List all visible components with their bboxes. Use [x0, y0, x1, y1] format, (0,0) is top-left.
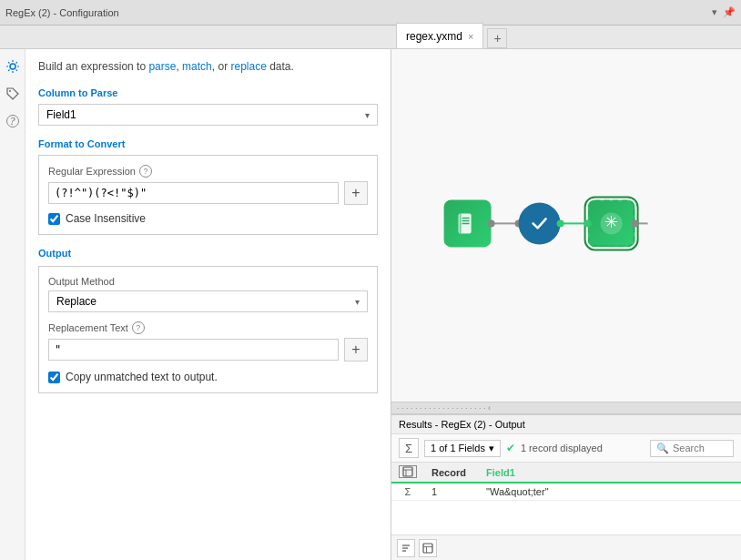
- minimize-icon[interactable]: ▾: [712, 6, 717, 18]
- help-sidebar-icon[interactable]: ?: [3, 111, 23, 131]
- replacement-label-text: Replacement Text: [48, 322, 128, 333]
- tab-label: regex.yxmd: [406, 30, 462, 43]
- replace-link[interactable]: replace: [230, 60, 266, 73]
- regex-tab[interactable]: regex.yxmd ×: [396, 23, 483, 48]
- regex-plus-button[interactable]: +: [344, 181, 368, 205]
- output-group: Output Output Method Replace ▾ Replaceme…: [38, 248, 378, 393]
- search-box: 🔍: [650, 440, 734, 457]
- data-table: Record Field1 Σ 1 "Wa&quot;ter": [391, 463, 741, 501]
- regex-input[interactable]: [48, 182, 339, 204]
- window-title: RegEx (2) - Configuration: [5, 7, 119, 18]
- column-to-parse-group: Column to Parse Field1 ▾: [38, 87, 378, 126]
- process-right-dot: [557, 219, 564, 227]
- parse-link[interactable]: parse: [148, 60, 176, 73]
- replacement-help-icon[interactable]: ?: [132, 321, 145, 334]
- workflow-canvas: ✳: [391, 49, 741, 402]
- regex-node[interactable]: ✳: [588, 199, 635, 247]
- copy-unmatched-label: Copy unmatched text to output.: [66, 371, 218, 383]
- checkmark-icon: [529, 212, 551, 234]
- tag-sidebar-icon[interactable]: [3, 84, 23, 104]
- table-row: Σ 1 "Wa&quot;ter": [391, 483, 741, 501]
- workflow: ✳: [444, 199, 648, 247]
- icon-sidebar: ?: [0, 49, 25, 560]
- col-header-type: [391, 463, 424, 483]
- output-box: Output Method Replace ▾ Replacement Text…: [38, 266, 378, 393]
- regex-star-icon: ✳: [599, 210, 624, 236]
- results-toolbar: Σ 1 of 1 Fields ▾ ✔ 1 record displayed 🔍: [391, 434, 741, 463]
- svg-rect-9: [403, 467, 412, 476]
- search-icon: 🔍: [656, 443, 669, 454]
- fields-arrow: ▾: [489, 443, 494, 454]
- match-link[interactable]: match: [182, 60, 212, 73]
- tab-bar: regex.yxmd × +: [0, 25, 741, 49]
- format-to-convert-group: Format to Convert Regular Expression ? +: [38, 138, 378, 235]
- copy-unmatched-row: Copy unmatched text to output.: [48, 371, 368, 383]
- search-input[interactable]: [673, 443, 727, 453]
- check-icon: ✔: [506, 442, 515, 454]
- fields-dropdown[interactable]: 1 of 1 Fields ▾: [424, 440, 501, 457]
- case-insensitive-row: Case Insensitive: [48, 212, 368, 225]
- bottom-toolbar: [391, 535, 741, 560]
- format-box: Regular Expression ? + Case Insensitive: [38, 155, 378, 235]
- column-label: Column to Parse: [38, 87, 378, 98]
- col-header-record: Record: [424, 463, 479, 483]
- new-tab-button[interactable]: +: [487, 28, 507, 48]
- input-node[interactable]: [444, 199, 492, 247]
- col-header-field1: Field1: [479, 463, 741, 483]
- format-label: Format to Convert: [38, 138, 378, 149]
- regex-label-row: Regular Expression ?: [48, 165, 368, 178]
- tab-close-icon[interactable]: ×: [468, 31, 473, 42]
- output-method-label: Output Method: [48, 276, 368, 287]
- regex-row: +: [48, 181, 368, 205]
- output-method-group: Output Method Replace ▾: [48, 276, 368, 312]
- results-title: Results - RegEx (2) - Output: [399, 419, 525, 430]
- replacement-input[interactable]: [48, 339, 339, 361]
- title-bar: RegEx (2) - Configuration ▾ 📌: [0, 0, 741, 25]
- process-node[interactable]: [519, 202, 561, 244]
- copy-unmatched-checkbox[interactable]: [48, 372, 60, 383]
- svg-text:✳: ✳: [604, 213, 618, 231]
- svg-point-1: [9, 90, 11, 92]
- results-collapse-handle[interactable]: · · · · · · · · · · · · · · · · · · · · …: [391, 402, 741, 414]
- sort-icon: [401, 543, 411, 554]
- pin-icon[interactable]: 📌: [723, 6, 736, 18]
- description-text: Build an expression to parse, match, or …: [38, 58, 378, 75]
- book-icon: [455, 210, 481, 236]
- output-method-dropdown[interactable]: Replace ▾: [48, 290, 368, 312]
- results-header: Results - RegEx (2) - Output: [391, 415, 741, 434]
- svg-rect-15: [423, 544, 432, 553]
- output-label: Output: [38, 248, 378, 259]
- settings-sidebar-icon[interactable]: [3, 56, 23, 76]
- replacement-text-group: Replacement Text ? +: [48, 321, 368, 361]
- node-right-dot: [488, 219, 495, 227]
- collapse-dots: · · · · · · · · · · · · · · · · · · · · …: [397, 403, 491, 412]
- case-insensitive-checkbox[interactable]: [48, 213, 60, 225]
- replacement-label-row: Replacement Text ?: [48, 321, 368, 334]
- regex-label-text: Regular Expression: [48, 166, 136, 177]
- table-icon: [422, 543, 433, 554]
- column-dropdown-arrow: ▾: [365, 110, 370, 120]
- output-method-arrow: ▾: [355, 297, 360, 307]
- regex-right-dot: [632, 219, 639, 227]
- fields-label: 1 of 1 Fields: [431, 443, 485, 453]
- config-panel: Build an expression to parse, match, or …: [25, 49, 391, 560]
- row-type-cell: Σ: [391, 483, 424, 501]
- case-insensitive-label: Case Insensitive: [66, 212, 146, 225]
- replacement-row: +: [48, 338, 368, 361]
- results-panel: Results - RegEx (2) - Output Σ 1 of 1 Fi…: [391, 414, 741, 560]
- sigma-icon: Σ: [405, 442, 412, 455]
- column-value: Field1: [46, 108, 76, 121]
- sigma-button[interactable]: Σ: [399, 438, 419, 458]
- output-method-value: Replace: [56, 295, 96, 308]
- regex-left-dot: [584, 219, 592, 227]
- svg-point-0: [10, 64, 15, 69]
- sort-icon-button[interactable]: [397, 539, 415, 557]
- replacement-plus-button[interactable]: +: [344, 338, 368, 361]
- regex-help-icon[interactable]: ?: [139, 165, 152, 178]
- row-field1-cell: "Wa&quot;ter": [479, 483, 741, 501]
- sigma-cell-icon: Σ: [405, 486, 411, 497]
- record-count: 1 record displayed: [521, 443, 603, 453]
- table-icon-button[interactable]: [419, 539, 437, 557]
- results-table: Record Field1 Σ 1 "Wa&quot;ter": [391, 463, 741, 535]
- column-dropdown[interactable]: Field1 ▾: [38, 104, 378, 126]
